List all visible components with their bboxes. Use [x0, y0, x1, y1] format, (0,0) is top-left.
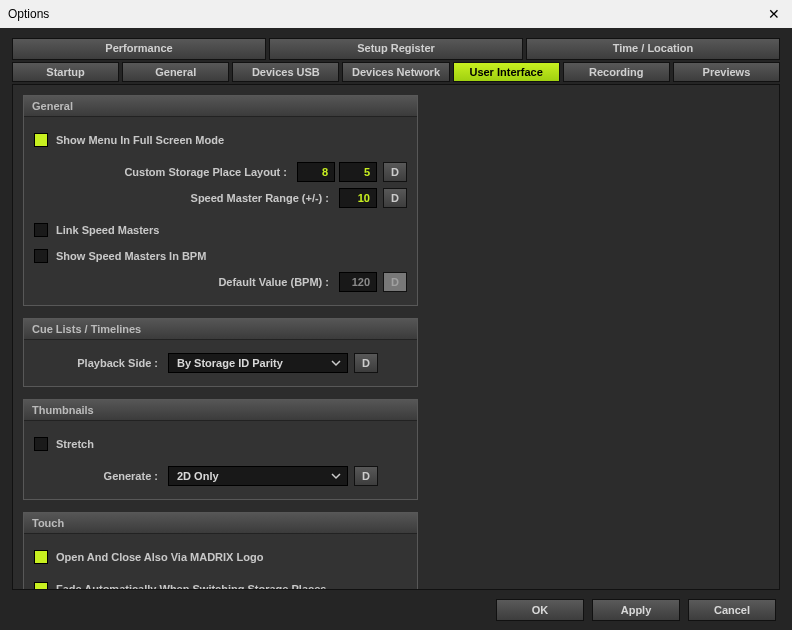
- apply-button[interactable]: Apply: [592, 599, 680, 621]
- content-panel: General Show Menu In Full Screen Mode Cu…: [12, 84, 780, 590]
- input-custom-layout-a[interactable]: [297, 162, 335, 182]
- dialog-body: Performance Setup Register Time / Locati…: [0, 28, 792, 630]
- default-button-custom-layout[interactable]: D: [383, 162, 407, 182]
- cancel-button[interactable]: Cancel: [688, 599, 776, 621]
- checkbox-show-menu-fullscreen[interactable]: [34, 133, 48, 147]
- label-link-speed-masters: Link Speed Masters: [56, 224, 159, 236]
- tab-previews[interactable]: Previews: [673, 62, 780, 82]
- checkbox-open-close-logo[interactable]: [34, 550, 48, 564]
- tab-general[interactable]: General: [122, 62, 229, 82]
- label-speed-master-range: Speed Master Range (+/-) :: [34, 192, 335, 204]
- tab-devices-network[interactable]: Devices Network: [342, 62, 449, 82]
- section-cuelists-header: Cue Lists / Timelines: [24, 319, 417, 340]
- default-button-speed-master-range[interactable]: D: [383, 188, 407, 208]
- default-button-bpm: D: [383, 272, 407, 292]
- default-button-generate[interactable]: D: [354, 466, 378, 486]
- label-custom-layout: Custom Storage Place Layout :: [34, 166, 293, 178]
- label-playback-side: Playback Side :: [34, 357, 164, 369]
- top-tab-row: Performance Setup Register Time / Locati…: [12, 38, 780, 60]
- titlebar: Options ✕: [0, 0, 792, 28]
- input-default-bpm: [339, 272, 377, 292]
- label-stretch: Stretch: [56, 438, 94, 450]
- tab-startup[interactable]: Startup: [12, 62, 119, 82]
- footer: OK Apply Cancel: [12, 590, 780, 630]
- tab-performance[interactable]: Performance: [12, 38, 266, 60]
- close-icon[interactable]: ✕: [764, 6, 784, 22]
- select-playback-side-value: By Storage ID Parity: [177, 357, 283, 369]
- section-touch-header: Touch: [24, 513, 417, 534]
- select-playback-side[interactable]: By Storage ID Parity: [168, 353, 348, 373]
- input-custom-layout-b[interactable]: [339, 162, 377, 182]
- section-general: General Show Menu In Full Screen Mode Cu…: [23, 95, 418, 306]
- label-open-close-logo: Open And Close Also Via MADRIX Logo: [56, 551, 263, 563]
- section-thumbnails: Thumbnails Stretch Generate : 2D Only D: [23, 399, 418, 500]
- sub-tab-row: Startup General Devices USB Devices Netw…: [12, 62, 780, 82]
- checkbox-stretch[interactable]: [34, 437, 48, 451]
- tab-setup-register[interactable]: Setup Register: [269, 38, 523, 60]
- label-show-speed-bpm: Show Speed Masters In BPM: [56, 250, 206, 262]
- chevron-down-icon: [329, 356, 343, 370]
- label-show-menu-fullscreen: Show Menu In Full Screen Mode: [56, 134, 224, 146]
- default-button-playback-side[interactable]: D: [354, 353, 378, 373]
- section-thumbnails-header: Thumbnails: [24, 400, 417, 421]
- checkbox-link-speed-masters[interactable]: [34, 223, 48, 237]
- tab-user-interface[interactable]: User Interface: [453, 62, 560, 82]
- select-generate-value: 2D Only: [177, 470, 219, 482]
- tab-recording[interactable]: Recording: [563, 62, 670, 82]
- section-touch: Touch Open And Close Also Via MADRIX Log…: [23, 512, 418, 590]
- label-generate: Generate :: [34, 470, 164, 482]
- label-default-bpm: Default Value (BPM) :: [34, 276, 335, 288]
- input-speed-master-range[interactable]: [339, 188, 377, 208]
- ok-button[interactable]: OK: [496, 599, 584, 621]
- tab-devices-usb[interactable]: Devices USB: [232, 62, 339, 82]
- checkbox-fade-auto[interactable]: [34, 582, 48, 590]
- window-title: Options: [8, 7, 49, 21]
- checkbox-show-speed-bpm[interactable]: [34, 249, 48, 263]
- tab-time-location[interactable]: Time / Location: [526, 38, 780, 60]
- select-generate[interactable]: 2D Only: [168, 466, 348, 486]
- label-fade-auto: Fade Automatically When Switching Storag…: [56, 583, 326, 590]
- section-cuelists: Cue Lists / Timelines Playback Side : By…: [23, 318, 418, 387]
- chevron-down-icon: [329, 469, 343, 483]
- section-general-header: General: [24, 96, 417, 117]
